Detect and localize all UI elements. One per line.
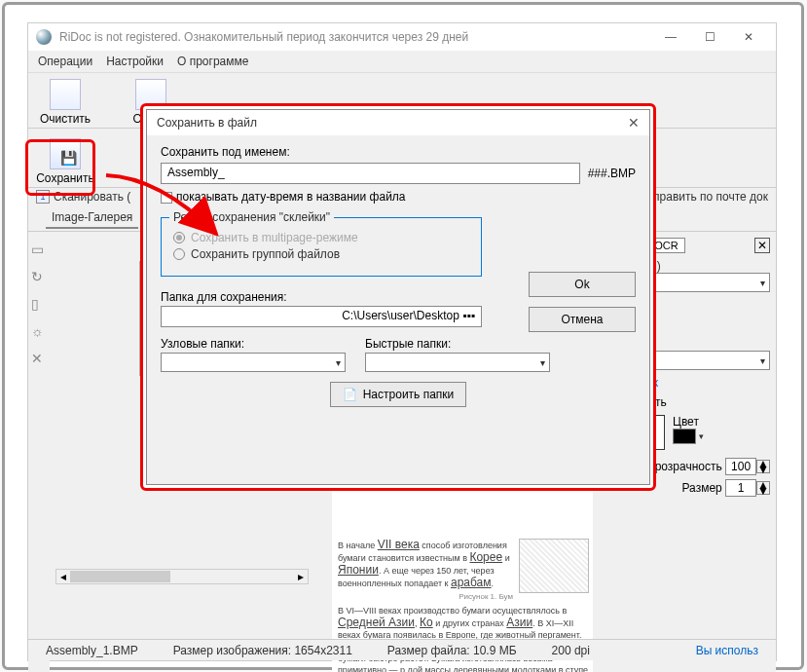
document-icon [50, 79, 81, 110]
menu-operations[interactable]: Операции [38, 55, 92, 68]
color-picker[interactable] [673, 429, 696, 444]
gallery-scroll[interactable]: ◂▸ [55, 569, 309, 584]
folder-edit-icon: 📄 [343, 388, 357, 401]
crop-icon[interactable]: ▯ [31, 296, 47, 312]
window-title: RiDoc is not registered. Ознакомительный… [59, 30, 651, 44]
menu-about[interactable]: О программе [177, 55, 248, 68]
rotate-icon[interactable]: ↻ [31, 269, 47, 284]
clear-button[interactable]: Очистить [36, 79, 94, 126]
menubar: Операции Настройки О программе [28, 51, 776, 73]
size-spinner[interactable]: ▲▼ [725, 479, 770, 497]
ext-label: ###.BMP [588, 167, 636, 180]
app-icon [36, 29, 52, 45]
fast-folders-label: Быстрые папки: [365, 337, 550, 351]
delete-icon[interactable]: ✕ [31, 351, 47, 366]
rect-icon[interactable]: ▭ [31, 242, 47, 257]
node-folders-label: Узловые папки: [161, 337, 346, 351]
folder-label: Папка для сохранения: [161, 290, 482, 304]
statusbar: Assembly_1.BMP Размер изображения: 1654x… [28, 639, 776, 660]
configure-folders-button[interactable]: 📄 Настроить папки [330, 382, 466, 407]
status-link[interactable]: Вы использ [696, 644, 758, 657]
status-dpi: 200 dpi [552, 644, 590, 657]
menu-settings[interactable]: Настройки [106, 55, 164, 68]
brightness-icon[interactable]: ☼ [31, 323, 47, 339]
maximize-button[interactable]: ☐ [690, 25, 729, 49]
dialog-title: Сохранить в файл [157, 116, 257, 130]
name-label: Сохранить под именем: [161, 145, 636, 159]
arrow-annotation [101, 168, 228, 255]
status-dimensions: Размер изображения: 1654x2311 [173, 644, 352, 657]
folder-input[interactable]: C:\Users\user\Desktop ▪▪▪ [161, 306, 482, 327]
status-filename: Assembly_1.BMP [46, 644, 138, 657]
status-filesize: Размер файла: 10.9 MБ [387, 644, 517, 657]
highlight-save [25, 139, 95, 196]
left-toolbar: ▭ ↻ ▯ ☼ ✕ [28, 232, 50, 672]
cancel-button[interactable]: Отмена [529, 307, 636, 332]
save-dialog: Сохранить в файл ✕ Сохранить под именем:… [146, 109, 650, 485]
send-mail-button[interactable]: Отправить по почте док [639, 190, 768, 204]
minimize-button[interactable]: — [651, 25, 690, 49]
ok-button[interactable]: Ok [529, 272, 636, 297]
dialog-highlight: Сохранить в файл ✕ Сохранить под именем:… [140, 103, 656, 491]
fast-folders-combo[interactable] [365, 353, 550, 372]
node-folders-combo[interactable] [161, 353, 346, 372]
opacity-spinner[interactable]: ▲▼ [725, 458, 770, 475]
close-button[interactable]: ✕ [729, 25, 768, 49]
panel-close-button[interactable]: ✕ [754, 238, 770, 253]
titlebar: RiDoc is not registered. Ознакомительный… [28, 23, 776, 51]
dialog-close-button[interactable]: ✕ [628, 115, 640, 131]
